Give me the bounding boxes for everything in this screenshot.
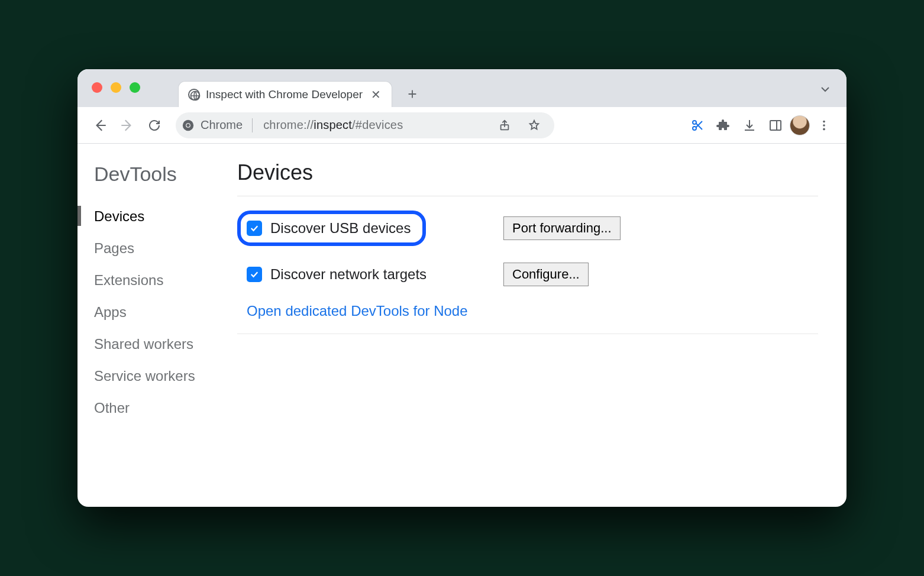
url-text: chrome://inspect/#devices <box>263 118 487 132</box>
close-window-button[interactable] <box>92 82 102 93</box>
forward-button[interactable] <box>115 114 139 137</box>
sidebar: DevTools Devices Pages Extensions Apps S… <box>77 144 231 507</box>
row-network: Discover network targets Configure... <box>237 254 818 295</box>
sidebar-item-extensions[interactable]: Extensions <box>94 266 231 295</box>
globe-icon <box>188 89 200 101</box>
side-panel-icon[interactable] <box>764 114 787 137</box>
label-discover-usb: Discover USB devices <box>270 220 411 237</box>
profile-avatar[interactable] <box>790 115 810 135</box>
checkbox-discover-network[interactable] <box>247 267 262 282</box>
new-tab-button[interactable] <box>400 82 424 106</box>
tab-active[interactable]: Inspect with Chrome Developer ✕ <box>178 81 392 107</box>
maximize-window-button[interactable] <box>130 82 140 93</box>
sidebar-nav: Devices Pages Extensions Apps Shared wor… <box>94 202 231 422</box>
tab-title: Inspect with Chrome Developer <box>206 88 363 101</box>
toolbar-right <box>686 114 836 137</box>
tabstrip: Inspect with Chrome Developer ✕ <box>178 69 424 107</box>
sidebar-item-service-workers[interactable]: Service workers <box>94 362 231 390</box>
sidebar-brand: DevTools <box>94 163 231 186</box>
tabs-dropdown-icon[interactable] <box>818 82 832 96</box>
row-usb: Discover USB devices Port forwarding... <box>237 202 818 254</box>
back-button[interactable] <box>88 114 112 137</box>
checkbox-discover-usb[interactable] <box>247 221 262 236</box>
downloads-icon[interactable] <box>738 114 761 137</box>
open-devtools-node-link[interactable]: Open dedicated DevTools for Node <box>247 303 468 319</box>
chrome-logo-icon <box>182 119 195 132</box>
row-node-link: Open dedicated DevTools for Node <box>237 295 818 328</box>
page-content: DevTools Devices Pages Extensions Apps S… <box>77 144 847 507</box>
extensions-icon[interactable] <box>712 114 735 137</box>
port-forwarding-button[interactable]: Port forwarding... <box>503 216 621 240</box>
label-discover-network: Discover network targets <box>270 266 427 283</box>
minimize-window-button[interactable] <box>111 82 121 93</box>
svg-rect-7 <box>770 121 781 130</box>
toolbar: Chrome chrome://inspect/#devices <box>77 107 847 144</box>
chip-divider <box>252 118 253 132</box>
traffic-lights <box>92 82 140 93</box>
sidebar-item-apps[interactable]: Apps <box>94 298 231 326</box>
sidebar-item-shared-workers[interactable]: Shared workers <box>94 330 231 358</box>
configure-button[interactable]: Configure... <box>503 263 589 286</box>
chrome-chip: Chrome <box>201 118 257 132</box>
svg-point-10 <box>823 124 825 127</box>
highlight-usb: Discover USB devices <box>237 211 426 246</box>
sidebar-item-devices[interactable]: Devices <box>94 202 231 231</box>
divider <box>237 196 818 196</box>
page-title: Devices <box>237 160 818 185</box>
chrome-chip-label: Chrome <box>201 118 243 132</box>
divider <box>237 334 818 334</box>
reload-button[interactable] <box>143 114 166 137</box>
tab-close-icon[interactable]: ✕ <box>369 86 383 103</box>
browser-window: Inspect with Chrome Developer ✕ Chrome <box>77 69 847 507</box>
svg-point-11 <box>823 128 825 130</box>
sidebar-item-pages[interactable]: Pages <box>94 234 231 263</box>
sidebar-item-other[interactable]: Other <box>94 394 231 422</box>
omnibox[interactable]: Chrome chrome://inspect/#devices <box>176 112 554 138</box>
titlebar: Inspect with Chrome Developer ✕ <box>77 69 847 107</box>
bookmark-star-icon[interactable] <box>522 114 546 137</box>
main-panel: Devices Discover USB devices Port forwar… <box>231 144 847 507</box>
kebab-menu-icon[interactable] <box>812 114 836 137</box>
share-icon[interactable] <box>493 114 516 137</box>
svg-point-9 <box>823 120 825 122</box>
svg-point-3 <box>186 124 190 127</box>
scissors-icon[interactable] <box>686 114 709 137</box>
